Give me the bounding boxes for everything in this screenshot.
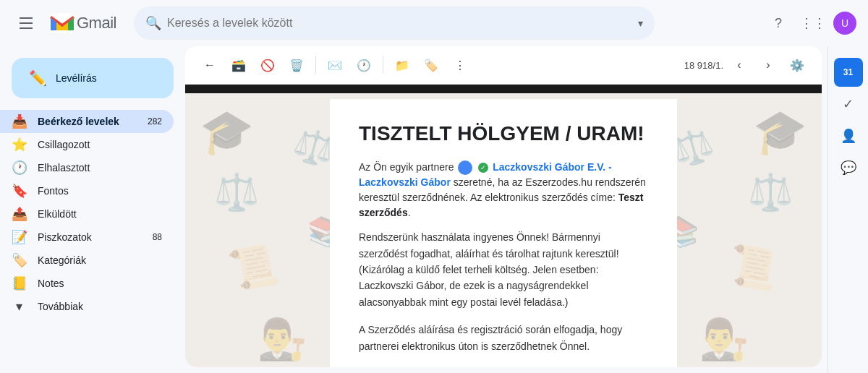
doodle-gavel: ⚖️ bbox=[214, 171, 259, 213]
gmail-logo: Gmail bbox=[49, 13, 116, 33]
intro-before: Az Ön egyik partnere bbox=[359, 161, 454, 173]
avatar[interactable]: U bbox=[833, 12, 856, 35]
email-intro-text: Az Ön egyik partnere ✓ Laczkovszki Gábor… bbox=[359, 160, 648, 220]
snooze-button[interactable]: 🕐 bbox=[351, 52, 377, 78]
delete-button[interactable]: 🗑️ bbox=[284, 52, 310, 78]
email-banner: 🎓 ⚖️ 📜 ⚖️ 📚 👨‍⚖️ 🎓 ⚖️ 📜 ⚖️ 📚 👨‍⚖️ bbox=[185, 85, 822, 367]
search-icon: 🔍 bbox=[145, 15, 161, 31]
toolbar-separator2 bbox=[383, 56, 383, 74]
contacts-icon[interactable]: 👤 bbox=[834, 121, 863, 150]
menu-button[interactable] bbox=[12, 9, 41, 38]
email-body-para2: A Szerződés aláírása és regisztráció sor… bbox=[359, 322, 648, 354]
drafts-label: Piszkozatok bbox=[38, 231, 136, 243]
doodle-judge: 👨‍⚖️ bbox=[258, 316, 307, 363]
more-expand[interactable]: ▾ Továbbiak bbox=[0, 295, 174, 318]
prev-email-button[interactable]: ‹ bbox=[726, 52, 752, 78]
drafts-icon: 📝 bbox=[12, 229, 26, 245]
search-input[interactable] bbox=[167, 17, 632, 30]
sidebar: ✏️ Levélírás 📥 Beérkező levelek 282 ⭐ Cs… bbox=[0, 46, 185, 373]
sidebar-item-notes[interactable]: 📒 Notes bbox=[0, 272, 174, 295]
toolbar-separator bbox=[315, 56, 316, 74]
starred-label: Csillagozott bbox=[38, 139, 162, 150]
settings-button[interactable]: ⚙️ bbox=[784, 52, 810, 78]
back-button[interactable]: ← bbox=[197, 52, 223, 78]
tasks-icon[interactable]: ✓ bbox=[834, 90, 863, 119]
drafts-badge: 88 bbox=[148, 232, 162, 242]
more-actions-button[interactable]: ⋮ bbox=[447, 52, 473, 78]
page-info: 18 918/1. bbox=[684, 60, 723, 71]
apps-button[interactable]: ⋮⋮ bbox=[799, 9, 827, 38]
email-body: 🎓 ⚖️ 📜 ⚖️ 📚 👨‍⚖️ 🎓 ⚖️ 📜 ⚖️ 📚 👨‍⚖️ bbox=[185, 85, 822, 367]
snoozed-icon: 🕐 bbox=[12, 160, 26, 176]
inbox-badge: 282 bbox=[148, 116, 162, 127]
archive-button[interactable]: 🗃️ bbox=[226, 52, 252, 78]
topbar: Gmail 🔍 ▾ ? ⋮⋮ U bbox=[0, 0, 868, 46]
doodle-graduation: 🎓 bbox=[200, 106, 254, 158]
dark-header-strip bbox=[185, 85, 822, 93]
search-bar[interactable]: 🔍 ▾ bbox=[134, 7, 655, 40]
doodle-scroll: 📜 bbox=[225, 240, 282, 295]
snoozed-label: Elhalasztott bbox=[38, 162, 162, 173]
categories-expand[interactable]: 🏷️ Kategóriák bbox=[0, 249, 174, 272]
compose-label: Levélírás bbox=[56, 72, 97, 84]
inbox-label: Beérkező levelek bbox=[38, 116, 136, 127]
compose-button[interactable]: ✏️ Levélírás bbox=[12, 58, 174, 98]
sent-icon: 📤 bbox=[12, 206, 26, 222]
compose-plus-icon: ✏️ bbox=[29, 69, 47, 87]
categories-icon: 🏷️ bbox=[12, 252, 26, 268]
top-right-actions: ? ⋮⋮ U bbox=[764, 9, 856, 38]
important-icon: 🔖 bbox=[12, 183, 26, 199]
inbox-icon: 📥 bbox=[12, 113, 26, 129]
doodle-gavel-r: ⚖️ bbox=[748, 171, 793, 213]
search-chevron-icon[interactable]: ▾ bbox=[638, 17, 643, 29]
doodle-graduation-r: 🎓 bbox=[753, 106, 807, 158]
sidebar-item-snoozed[interactable]: 🕐 Elhalasztott bbox=[0, 156, 174, 179]
important-label: Fontos bbox=[38, 185, 162, 197]
label-button[interactable]: 🏷️ bbox=[418, 52, 444, 78]
email-body-para1: Rendszerünk használata ingyenes Önnek! B… bbox=[359, 229, 648, 310]
sidebar-item-inbox[interactable]: 📥 Beérkező levelek 282 bbox=[0, 110, 174, 133]
chat-icon[interactable]: 💬 bbox=[834, 153, 863, 182]
categories-label: Kategóriák bbox=[38, 254, 86, 266]
email-center-content: TISZTELT HÖLGYEM / URAM! Az Ön egyik par… bbox=[330, 99, 677, 367]
doodle-scroll-r: 📜 bbox=[725, 240, 782, 295]
period: . bbox=[408, 207, 411, 218]
starred-icon: ⭐ bbox=[12, 137, 26, 153]
calendar-date-badge[interactable]: 31 bbox=[834, 58, 863, 87]
next-email-button[interactable]: › bbox=[755, 52, 781, 78]
spam-button[interactable]: 🚫 bbox=[255, 52, 281, 78]
email-title: TISZTELT HÖLGYEM / URAM! bbox=[359, 122, 648, 145]
gmail-label: Gmail bbox=[77, 14, 116, 33]
toolbar-right: 18 918/1. ‹ › ⚙️ bbox=[684, 52, 810, 78]
move-button[interactable]: 📁 bbox=[389, 52, 415, 78]
expand-icon: ▾ bbox=[12, 299, 26, 314]
main-layout: ✏️ Levélírás 📥 Beérkező levelek 282 ⭐ Cs… bbox=[0, 46, 868, 373]
verified-badge-icon: ✓ bbox=[478, 163, 488, 173]
email-toolbar: ← 🗃️ 🚫 🗑️ ✉️ 🕐 📁 🏷️ ⋮ 18 918/1. ‹ › ⚙️ bbox=[185, 46, 822, 85]
notes-icon: 📒 bbox=[12, 275, 26, 291]
help-button[interactable]: ? bbox=[764, 9, 793, 38]
sidebar-item-starred[interactable]: ⭐ Csillagozott bbox=[0, 133, 174, 156]
doodle-judge-r: 👨‍⚖️ bbox=[699, 316, 749, 363]
far-right-sidebar: 31 ✓ 👤 💬 bbox=[827, 46, 868, 373]
sender-avatar-icon bbox=[458, 160, 472, 175]
email-area: ← 🗃️ 🚫 🗑️ ✉️ 🕐 📁 🏷️ ⋮ 18 918/1. ‹ › ⚙️ bbox=[185, 46, 822, 367]
sent-label: Elküldött bbox=[38, 208, 162, 220]
notes-label: Notes bbox=[38, 278, 162, 289]
email-button[interactable]: ✉️ bbox=[322, 52, 348, 78]
more-label: Továbbiak bbox=[38, 301, 83, 312]
sidebar-item-sent[interactable]: 📤 Elküldött bbox=[0, 202, 174, 226]
sidebar-item-important[interactable]: 🔖 Fontos bbox=[0, 179, 174, 202]
sidebar-item-drafts[interactable]: 📝 Piszkozatok 88 bbox=[0, 226, 174, 249]
email-content: 🎓 ⚖️ 📜 ⚖️ 📚 👨‍⚖️ 🎓 ⚖️ 📜 ⚖️ 📚 👨‍⚖️ bbox=[185, 85, 822, 367]
